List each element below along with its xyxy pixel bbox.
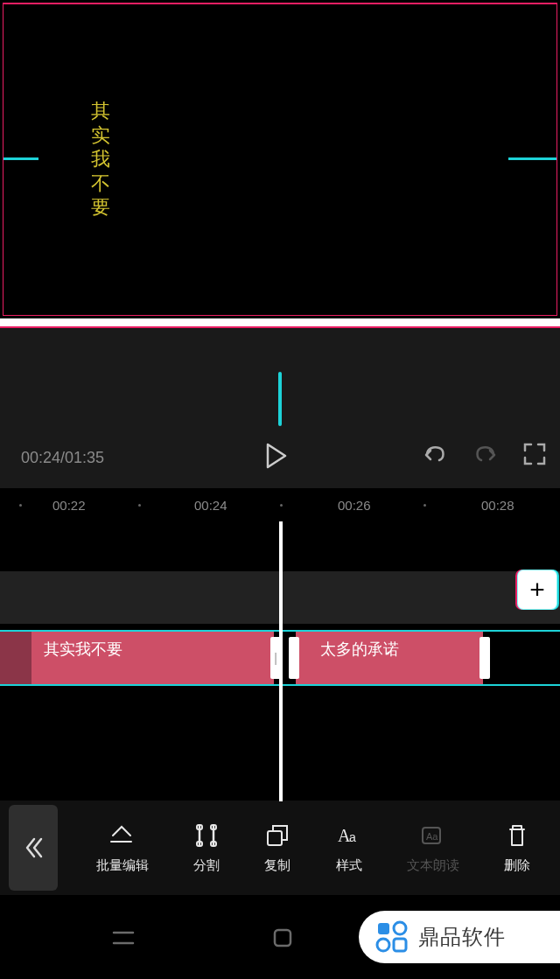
ruler-tick: 00:28 [481, 498, 514, 513]
svg-text:a: a [349, 830, 356, 844]
svg-rect-4 [268, 831, 282, 845]
recent-apps-button[interactable] [112, 929, 135, 950]
home-button[interactable] [272, 927, 293, 952]
timeline[interactable]: + 其实我不要 | 太多的承诺 [0, 521, 560, 801]
svg-text:Aa: Aa [426, 831, 438, 842]
redo-button[interactable] [472, 443, 499, 469]
style-icon: Aa [336, 822, 362, 849]
fullscreen-button[interactable] [523, 443, 546, 469]
tts-icon: Aa [420, 822, 446, 849]
marker-right [508, 157, 556, 160]
segment-handle-right[interactable] [480, 637, 490, 679]
playhead[interactable] [279, 521, 283, 801]
text-segment-1[interactable]: 其实我不要 | [0, 632, 274, 684]
segment-label: 太多的承诺 [320, 639, 399, 660]
edit-toolbar: 批量编辑 分割 复制 Aa 样式 Aa 文本朗读 [0, 801, 560, 895]
text-segment-2[interactable]: 太多的承诺 [296, 632, 483, 684]
copy-button[interactable]: 复制 [264, 822, 290, 874]
split-button[interactable]: 分割 [193, 822, 220, 874]
ruler-tick: 00:24 [194, 498, 228, 513]
preview-vertical-text[interactable]: 其 实 我 不 要 [91, 99, 111, 220]
style-button[interactable]: Aa 样式 [336, 822, 362, 874]
time-ruler[interactable]: 00:22 00:24 00:26 00:28 [0, 488, 560, 521]
segment-label: 其实我不要 [44, 639, 122, 660]
marker-left [4, 157, 38, 160]
undo-button[interactable] [422, 443, 448, 469]
svg-point-11 [394, 922, 406, 934]
segment-handle-left[interactable] [289, 637, 299, 679]
watermark-logo-icon [374, 920, 410, 955]
svg-rect-13 [394, 939, 406, 951]
delete-icon [506, 822, 528, 849]
ruler-tick: 00:22 [52, 498, 86, 513]
split-icon [194, 822, 219, 849]
delete-button[interactable]: 删除 [504, 822, 530, 874]
controls-area: 00:24/01:35 [0, 328, 560, 488]
time-display: 00:24/01:35 [21, 449, 104, 467]
svg-rect-10 [378, 923, 389, 934]
batch-edit-icon [108, 822, 136, 849]
video-preview[interactable]: 其 实 我 不 要 [3, 3, 557, 316]
playhead-indicator [278, 372, 282, 426]
watermark: 鼎品软件 [359, 911, 560, 963]
ruler-tick: 00:26 [338, 498, 371, 513]
divider [0, 318, 560, 328]
svg-point-12 [377, 939, 389, 951]
watermark-text: 鼎品软件 [418, 923, 506, 951]
batch-edit-button[interactable]: 批量编辑 [96, 822, 149, 874]
back-button[interactable] [9, 805, 58, 891]
copy-icon [265, 822, 290, 849]
play-button[interactable] [266, 443, 289, 469]
add-clip-button[interactable]: + [517, 570, 557, 610]
tts-button: Aa 文本朗读 [407, 822, 459, 874]
svg-rect-9 [275, 930, 290, 946]
